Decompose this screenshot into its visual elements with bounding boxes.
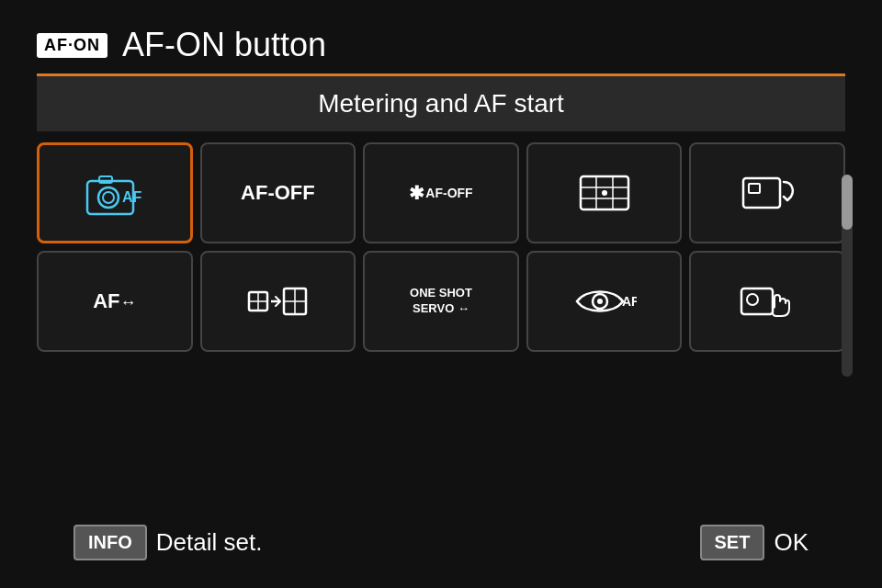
svg-text:AF: AF [122, 189, 142, 205]
af-off-label: AF-OFF [241, 182, 315, 204]
svg-text:AF: AF [622, 294, 637, 309]
grid-cell-zone-switch[interactable] [200, 251, 356, 352]
zone-switch-icon [245, 281, 310, 322]
af-on-badge: AF·ON [37, 33, 107, 58]
register-hand-icon [740, 281, 795, 322]
grid-cell-eye-af[interactable]: AF [526, 251, 683, 352]
svg-point-21 [597, 299, 603, 304]
bottom-bar: INFO Detail set. SET OK [0, 525, 882, 560]
options-grid: AF AF-OFF ✱AF-OFF [37, 142, 845, 352]
set-label: OK [774, 528, 808, 557]
af-switch-label: AF↔ [93, 290, 136, 312]
set-badge: SET [700, 525, 765, 560]
eye-af-icon: AF [572, 281, 637, 322]
grid-cell-metering-only[interactable] [526, 142, 683, 243]
star-af-off-icon: ✱AF-OFF [409, 182, 472, 204]
page-title: AF-ON button [122, 26, 326, 64]
svg-rect-12 [749, 184, 760, 193]
metering-grid-icon [577, 173, 632, 213]
info-badge: INFO [74, 525, 147, 560]
grid-cell-one-shot-servo[interactable]: ONE SHOT SERVO ↔ [363, 251, 519, 352]
grid-cell-register-hand[interactable] [689, 251, 845, 352]
scrollbar[interactable] [842, 175, 853, 377]
svg-point-24 [747, 294, 758, 305]
grid-cell-af-off[interactable]: AF-OFF [200, 142, 356, 243]
title-area: AF·ON AF-ON button [0, 0, 882, 74]
info-label: Detail set. [156, 528, 263, 557]
svg-point-2 [103, 192, 114, 203]
svg-point-10 [602, 190, 607, 196]
scrollbar-thumb[interactable] [842, 175, 853, 230]
grid-cell-af-switch[interactable]: AF↔ [37, 251, 193, 352]
grid-cell-metering-af-start[interactable]: AF [37, 142, 193, 243]
grid-cell-star-af-off[interactable]: ✱AF-OFF [363, 142, 519, 243]
register-af-icon [740, 173, 795, 213]
selected-option-label: Metering and AF start [37, 76, 845, 131]
one-shot-servo-label: ONE SHOT SERVO ↔ [410, 286, 472, 317]
svg-point-1 [98, 187, 119, 208]
camera-af-icon: AF [83, 170, 147, 216]
grid-cell-register-af[interactable] [689, 142, 845, 243]
screen: AF·ON AF-ON button Metering and AF start… [0, 0, 882, 588]
info-button-group[interactable]: INFO Detail set. [74, 525, 262, 560]
set-button-group[interactable]: SET OK [700, 525, 808, 560]
